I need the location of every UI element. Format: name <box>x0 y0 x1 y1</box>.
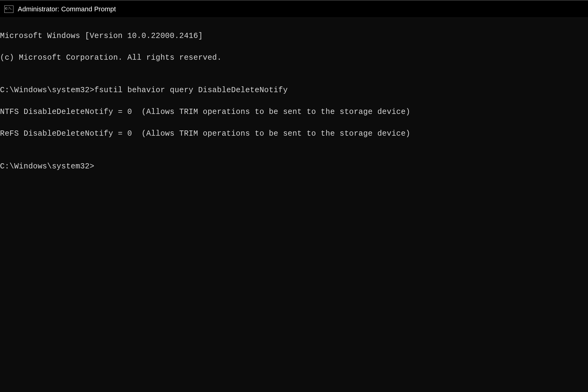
titlebar[interactable]: C:\. Administrator: Command Prompt <box>0 1 588 18</box>
terminal-prompt: C:\Windows\system32> <box>0 86 94 95</box>
terminal-cursor[interactable] <box>94 162 99 171</box>
terminal-line: (c) Microsoft Corporation. All rights re… <box>0 52 588 63</box>
cmd-app-icon-label: C:\. <box>5 7 13 10</box>
cmd-app-icon: C:\. <box>4 6 13 13</box>
terminal-output-line: NTFS DisableDeleteNotify = 0 (Allows TRI… <box>0 107 588 118</box>
command-prompt-window: C:\. Administrator: Command Prompt Micro… <box>0 0 588 392</box>
terminal-command: fsutil behavior query DisableDeleteNotif… <box>94 86 288 95</box>
window-title: Administrator: Command Prompt <box>18 5 116 13</box>
terminal-prompt: C:\Windows\system32> <box>0 162 94 171</box>
terminal-line: Microsoft Windows [Version 10.0.22000.24… <box>0 31 588 42</box>
terminal-prompt-line: C:\Windows\system32>fsutil behavior quer… <box>0 85 588 96</box>
terminal-prompt-line: C:\Windows\system32> <box>0 161 588 172</box>
terminal-output-line: ReFS DisableDeleteNotify = 0 (Allows TRI… <box>0 128 588 139</box>
terminal-output-area[interactable]: Microsoft Windows [Version 10.0.22000.24… <box>0 18 588 392</box>
